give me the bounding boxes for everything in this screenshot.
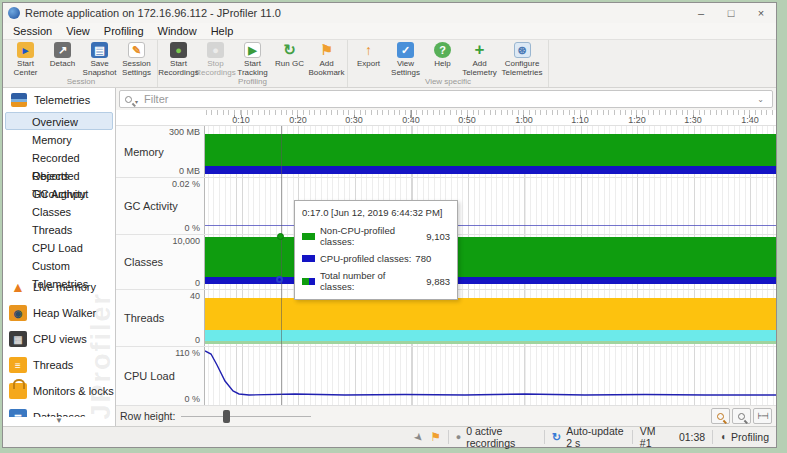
gc-activity-line bbox=[205, 225, 776, 226]
cpu-views-icon: ▦ bbox=[9, 331, 27, 347]
zoom-in-icon bbox=[717, 413, 724, 420]
sidebar-item-cpu-views[interactable]: ▦ CPU views bbox=[3, 326, 115, 352]
timeline-label: 0:40 bbox=[391, 115, 431, 125]
search-icon bbox=[125, 96, 132, 103]
start-recordings-button[interactable]: ● Start Recordings bbox=[160, 41, 197, 77]
tooltip-time: 0:17.0 [Jun 12, 2019 6:44:32 PM] bbox=[302, 207, 450, 218]
sidebar-item-gc-activity[interactable]: GC Activity bbox=[5, 184, 113, 202]
memory-used-area bbox=[205, 166, 776, 174]
zoom-out-icon bbox=[738, 413, 745, 420]
start-tracking-icon: ▶ bbox=[244, 42, 261, 58]
app-window: Remote application on 172.16.96.112 - JP… bbox=[2, 2, 777, 448]
row-height-slider[interactable] bbox=[181, 416, 311, 417]
telemetry-rows: 300 MB Memory 0 MB 0.02 % GC Activity 0 … bbox=[116, 126, 776, 405]
filter-placeholder: Filter bbox=[144, 93, 757, 105]
classes-axis-min: 0 bbox=[195, 278, 200, 288]
sidebar-item-cpu-load[interactable]: CPU Load bbox=[5, 238, 113, 256]
sidebar-item-classes[interactable]: Classes bbox=[5, 202, 113, 220]
toolbar-group-label-profiling: Profiling bbox=[160, 77, 345, 87]
profiling-state[interactable]: ◖ Profiling bbox=[713, 427, 776, 447]
flag-icon: ⚑ bbox=[430, 430, 441, 444]
search-options-caret-icon: ▾ bbox=[135, 98, 138, 105]
timeline-header[interactable]: 0:10 0:20 0:30 0:40 0:50 1:00 1:10 1:20 … bbox=[116, 110, 776, 126]
sidebar-item-monitors-locks[interactable]: Monitors & locks bbox=[3, 378, 115, 404]
memory-axis-max: 300 MB bbox=[169, 127, 200, 137]
run-gc-button[interactable]: ↻ Run GC bbox=[271, 41, 308, 77]
threads-runnable-area bbox=[205, 341, 776, 344]
memory-chart[interactable] bbox=[204, 126, 776, 177]
toolbar-group-view-specific: ↑ Export ✓ View Settings ? Help + Add Te… bbox=[348, 40, 549, 87]
fit-to-window-button[interactable]: ⊦⊣ bbox=[753, 408, 772, 424]
filter-bar: ▾ Filter ⌄ bbox=[116, 88, 776, 110]
lock-icon bbox=[9, 383, 27, 399]
toolbar-group-label-session: Session bbox=[7, 77, 155, 87]
auto-update-status[interactable]: ↻ Auto-update 2 s bbox=[545, 427, 632, 447]
help-icon: ? bbox=[434, 42, 451, 58]
row-height-slider-handle[interactable] bbox=[223, 410, 230, 423]
menu-help[interactable]: Help bbox=[204, 23, 241, 39]
menu-view[interactable]: View bbox=[59, 23, 97, 39]
classes-chart[interactable] bbox=[204, 235, 776, 289]
chart-tooltip: 0:17.0 [Jun 12, 2019 6:44:32 PM] Non-CPU… bbox=[294, 200, 458, 300]
sidebar-item-overview[interactable]: Overview bbox=[5, 112, 113, 130]
threads-icon: ≡ bbox=[9, 357, 27, 373]
menu-window[interactable]: Window bbox=[151, 23, 204, 39]
auto-update-icon: ↻ bbox=[552, 432, 561, 443]
pin-icon: ➤ bbox=[411, 429, 427, 445]
classes-axis-max: 10,000 bbox=[172, 236, 200, 246]
sidebar-more-indicator[interactable]: ▼ bbox=[3, 417, 115, 426]
menu-session[interactable]: Session bbox=[6, 23, 59, 39]
toolbar-group-label-view-specific: View specific bbox=[350, 77, 546, 87]
session-settings-button[interactable]: ✎ Session Settings bbox=[118, 41, 155, 77]
view-settings-button[interactable]: ✓ View Settings bbox=[387, 41, 424, 77]
maximize-button[interactable]: □ bbox=[716, 4, 746, 23]
sidebar-item-threads-view[interactable]: ≡ Threads bbox=[3, 352, 115, 378]
recordings-status[interactable]: ● 0 active recordings bbox=[449, 427, 544, 447]
run-gc-icon: ↻ bbox=[281, 42, 298, 58]
cursor-marker-green bbox=[277, 233, 284, 240]
start-tracking-button[interactable]: ▶ Start Tracking bbox=[234, 41, 271, 77]
add-telemetry-icon: + bbox=[471, 42, 488, 58]
filter-input[interactable]: ▾ Filter ⌄ bbox=[119, 90, 773, 108]
threads-chart[interactable] bbox=[204, 290, 776, 346]
export-button[interactable]: ↑ Export bbox=[350, 41, 387, 77]
start-recordings-icon: ● bbox=[170, 42, 187, 58]
sidebar-item-recorded-throughput[interactable]: Recorded Throughput bbox=[5, 166, 113, 184]
bookmark-flag-button[interactable]: ⚑ bbox=[430, 427, 448, 447]
sidebar-item-recorded-objects[interactable]: Recorded Objects bbox=[5, 148, 113, 166]
cpu-axis-min: 0 % bbox=[184, 394, 200, 404]
add-telemetry-button[interactable]: + Add Telemetry bbox=[461, 41, 498, 77]
sidebar-section-telemetries[interactable]: Telemetries bbox=[3, 88, 115, 112]
status-bar: ➤ ⚑ ● 0 active recordings ↻ Auto-update … bbox=[3, 426, 776, 447]
sidebar: Telemetries Overview Memory Recorded Obj… bbox=[3, 88, 116, 426]
memory-free-area bbox=[205, 134, 776, 166]
memory-axis-min: 0 MB bbox=[179, 166, 200, 176]
sidebar-item-threads[interactable]: Threads bbox=[5, 220, 113, 238]
help-button[interactable]: ? Help bbox=[424, 41, 461, 77]
detach-button[interactable]: ↗ Detach bbox=[44, 41, 81, 77]
minimize-button[interactable]: – bbox=[686, 4, 716, 23]
zoom-out-button[interactable] bbox=[732, 408, 751, 424]
cpu-load-row: 110 % CPU Load 0 % bbox=[116, 347, 776, 405]
bookmark-pin-button[interactable]: ➤ bbox=[407, 427, 430, 447]
gc-activity-chart[interactable] bbox=[204, 178, 776, 234]
timeline-label: 1:20 bbox=[617, 115, 657, 125]
sidebar-item-custom-telemetries[interactable]: Custom Telemetries bbox=[5, 256, 113, 274]
window-title: Remote application on 172.16.96.112 - JP… bbox=[25, 7, 686, 19]
menu-bar: Session View Profiling Window Help bbox=[3, 23, 776, 39]
close-button[interactable]: × bbox=[746, 4, 776, 23]
session-settings-icon: ✎ bbox=[128, 42, 145, 58]
cpu-load-chart[interactable] bbox=[204, 347, 776, 405]
add-bookmark-button[interactable]: ⚑ Add Bookmark bbox=[308, 41, 345, 77]
zoom-in-button[interactable] bbox=[711, 408, 730, 424]
menu-profiling[interactable]: Profiling bbox=[97, 23, 151, 39]
chevron-down-icon[interactable]: ⌄ bbox=[757, 95, 767, 104]
detach-icon: ↗ bbox=[54, 42, 71, 58]
save-snapshot-button[interactable]: ▤ Save Snapshot bbox=[81, 41, 118, 77]
timeline-label: 1:30 bbox=[673, 115, 713, 125]
start-center-button[interactable]: ▸ Start Center bbox=[7, 41, 44, 77]
configure-telemetries-button[interactable]: ⊛ Configure Telemetries bbox=[498, 41, 546, 77]
tooltip-entry: CPU-profiled classes: 780 bbox=[302, 253, 450, 264]
sidebar-item-heap-walker[interactable]: ◉ Heap Walker bbox=[3, 300, 115, 326]
sidebar-item-memory[interactable]: Memory bbox=[5, 130, 113, 148]
